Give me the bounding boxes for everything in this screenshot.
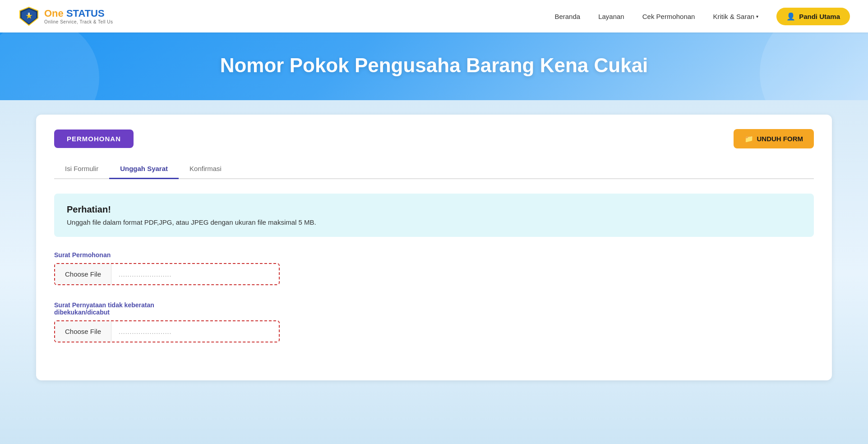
logo-subtitle: Online Service, Track & Tell Us	[44, 19, 113, 24]
unduh-form-label: UNDUH FORM	[757, 135, 803, 143]
main-content: PERMOHONAN 📁 UNDUH FORM Isi Formulir Ung…	[0, 100, 868, 444]
logo-text: One STATUS Online Service, Track & Tell …	[44, 8, 113, 24]
logo-title: One STATUS	[44, 8, 113, 19]
alert-text: Unggah file dalam format PDF,JPG, atau J…	[67, 218, 801, 226]
permohonan-badge: PERMOHONAN	[54, 130, 134, 148]
user-icon: 👤	[786, 12, 795, 21]
nav-beranda[interactable]: Beranda	[554, 13, 580, 20]
alert-title: Perhatian!	[67, 204, 801, 215]
navbar-nav: Beranda Layanan Cek Permohonan Kritik & …	[554, 8, 850, 25]
upload-label-surat-permohonan: Surat Permohonan	[54, 251, 814, 259]
navbar: ★ II One STATUS Online Service, Track & …	[0, 0, 868, 32]
form-card: PERMOHONAN 📁 UNDUH FORM Isi Formulir Ung…	[36, 115, 832, 380]
choose-file-button-2[interactable]: Choose File	[55, 321, 111, 342]
upload-section-surat-pernyataan: Surat Pernyataan tidak keberatandibekuka…	[54, 301, 814, 342]
tabs: Isi Formulir Unggah Syarat Konfirmasi	[54, 159, 814, 179]
choose-file-button-1[interactable]: Choose File	[55, 264, 111, 284]
file-name-display-2: ........................	[111, 322, 279, 342]
tab-unggah-syarat[interactable]: Unggah Syarat	[109, 159, 179, 179]
svg-text:II: II	[28, 12, 30, 16]
tab-konfirmasi[interactable]: Konfirmasi	[179, 159, 232, 179]
file-input-wrapper-2: Choose File ........................	[54, 320, 280, 342]
hero-title: Nomor Pokok Pengusaha Barang Kena Cukai	[18, 54, 850, 77]
nav-kritik-saran-label: Kritik & Saran	[713, 13, 754, 20]
unduh-form-button[interactable]: 📁 UNDUH FORM	[734, 129, 814, 148]
nav-cek-permohonan[interactable]: Cek Permohonan	[642, 13, 695, 20]
logo: ★ II One STATUS Online Service, Track & …	[18, 5, 113, 27]
file-name-display-1: ........................	[111, 264, 279, 284]
nav-kritik-saran[interactable]: Kritik & Saran ▾	[713, 13, 758, 20]
upload-label-surat-pernyataan: Surat Pernyataan tidak keberatandibekuka…	[54, 301, 814, 316]
alert-box: Perhatian! Unggah file dalam format PDF,…	[54, 194, 814, 237]
user-button-label: Pandi Utama	[799, 13, 840, 20]
chevron-down-icon: ▾	[756, 14, 758, 19]
file-input-wrapper-1: Choose File ........................	[54, 263, 280, 285]
card-header: PERMOHONAN 📁 UNDUH FORM	[54, 129, 814, 148]
user-button[interactable]: 👤 Pandi Utama	[776, 8, 850, 25]
hero-banner: Nomor Pokok Pengusaha Barang Kena Cukai	[0, 32, 868, 100]
nav-layanan[interactable]: Layanan	[598, 13, 624, 20]
tab-isi-formulir[interactable]: Isi Formulir	[54, 159, 109, 179]
shield-icon: ★ II	[18, 5, 40, 27]
upload-section-surat-permohonan: Surat Permohonan Choose File ...........…	[54, 251, 814, 285]
folder-icon: 📁	[744, 134, 753, 143]
